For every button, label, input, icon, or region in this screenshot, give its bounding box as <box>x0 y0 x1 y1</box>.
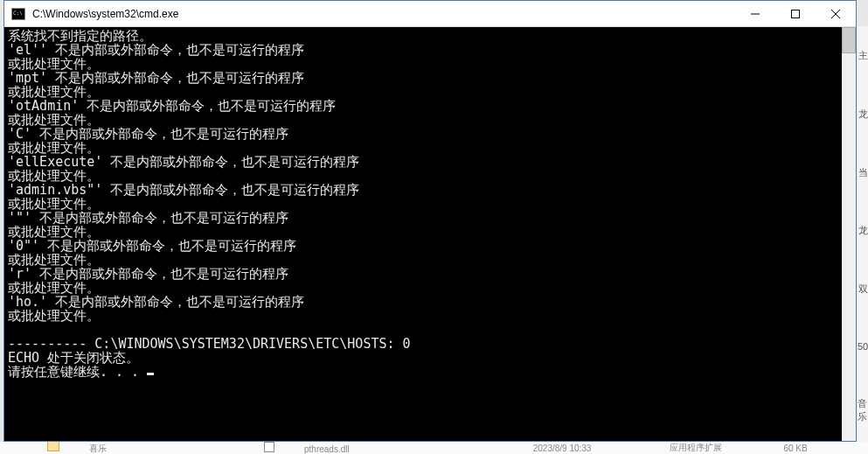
bg-item: 龙 <box>858 108 868 121</box>
minimize-button[interactable] <box>735 1 775 26</box>
background-sidebar: 主 龙 当 龙 双 50 音乐 <box>858 26 868 446</box>
bg-item: 50 <box>858 341 868 352</box>
svg-rect-1 <box>792 10 800 17</box>
titlebar[interactable]: C:\Windows\system32\cmd.exe <box>4 1 856 27</box>
file-icon <box>264 442 274 452</box>
bg-item: 龙 <box>858 224 868 237</box>
terminal-output: 系统找不到指定的路径。 'el'' 不是内部或外部命令，也不是可运行的程序 或批… <box>8 29 852 379</box>
window-title: C:\Windows\system32\cmd.exe <box>31 8 735 20</box>
close-button[interactable] <box>816 1 856 26</box>
background-bottom-bar: 喜乐 pthreads.dll 2023/8/9 10:33 应用程序扩展 60… <box>0 442 868 454</box>
bg-type: 应用程序扩展 <box>670 442 722 454</box>
bg-date: 2023/8/9 10:33 <box>533 444 592 453</box>
cmd-icon <box>11 8 25 20</box>
scrollbar[interactable] <box>842 27 856 441</box>
cursor <box>147 373 154 375</box>
scrollbar-thumb[interactable] <box>842 27 856 53</box>
folder-icon <box>47 441 59 451</box>
bg-file-label: 喜乐 <box>89 444 107 453</box>
cmd-window: C:\Windows\system32\cmd.exe 系统找不到指定的路径。 … <box>3 0 857 442</box>
bg-item: 音乐 <box>858 397 868 423</box>
bg-file-label: pthreads.dll <box>304 444 350 454</box>
window-controls <box>735 1 856 26</box>
terminal-area[interactable]: 系统找不到指定的路径。 'el'' 不是内部或外部命令，也不是可运行的程序 或批… <box>4 27 856 441</box>
bg-size: 60 KB <box>783 444 807 453</box>
bg-item: 双 <box>858 283 868 296</box>
bg-item: 主 <box>858 49 868 62</box>
bg-item: 当 <box>858 166 868 179</box>
maximize-button[interactable] <box>775 1 816 26</box>
